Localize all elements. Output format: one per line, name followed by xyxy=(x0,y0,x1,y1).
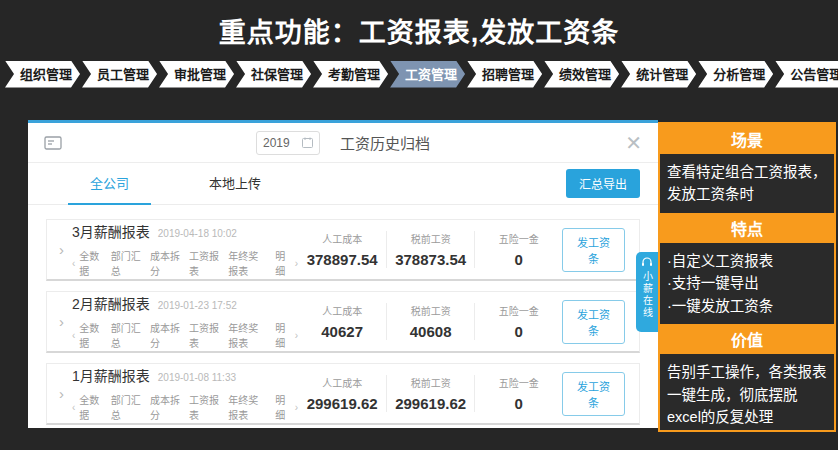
nav-tab[interactable]: 分析管理 xyxy=(698,61,773,88)
stat-value: 0 xyxy=(475,395,562,412)
modal-tab[interactable]: 全公司 xyxy=(76,163,143,205)
nav-tab[interactable]: 工资管理 xyxy=(390,61,465,88)
stat-value: 0 xyxy=(475,323,562,340)
modal-header-center: 2019 工资历史归档 xyxy=(28,131,658,155)
report-tags: ‹全数据部门汇总成本拆分工资报表年终奖报表明细› xyxy=(72,320,298,350)
report-title: 2月薪酬报表 xyxy=(72,296,150,312)
report-tags: ‹全数据部门汇总成本拆分工资报表年终奖报表明细› xyxy=(72,248,298,278)
sidebar-section-title: 特点 xyxy=(660,213,834,243)
expand-chevron-icon[interactable]: › xyxy=(47,241,72,258)
stat-column: 五险一金0 xyxy=(474,231,562,268)
year-value: 2019 xyxy=(263,136,290,150)
report-stats: 人工成本299619.62税前工资299619.62五险一金0 xyxy=(298,375,562,412)
report-tag[interactable]: 全数据 xyxy=(79,320,102,350)
nav-tab[interactable]: 员工管理 xyxy=(82,61,157,88)
report-tag[interactable]: 明细 xyxy=(275,320,291,350)
nav-tab[interactable]: 社保管理 xyxy=(236,61,311,88)
expand-chevron-icon[interactable]: › xyxy=(47,313,72,330)
module-nav: 组织管理员工管理审批管理社保管理考勤管理工资管理招聘管理绩效管理统计管理分析管理… xyxy=(0,60,838,88)
stat-value: 378897.54 xyxy=(298,251,386,268)
stat-label: 人工成本 xyxy=(298,303,386,318)
salary-archive-modal: 2019 工资历史归档 ✕ 全公司本地上传 汇总导出 ›3月薪酬报表2019-0… xyxy=(28,120,658,428)
tags-scroll-left-icon[interactable]: ‹ xyxy=(72,402,75,413)
stat-column: 人工成本299619.62 xyxy=(298,375,386,412)
stat-label: 五险一金 xyxy=(475,303,562,318)
sidebar-section-title: 价值 xyxy=(660,324,834,354)
modal-tab[interactable]: 本地上传 xyxy=(195,163,275,205)
report-tag[interactable]: 明细 xyxy=(275,392,291,422)
report-tag[interactable]: 年终奖报表 xyxy=(228,392,267,422)
stat-value: 40608 xyxy=(387,323,474,340)
report-tag[interactable]: 部门汇总 xyxy=(111,320,142,350)
stat-column: 人工成本378897.54 xyxy=(298,231,386,268)
report-title: 3月薪酬报表 xyxy=(72,224,150,240)
modal-title: 工资历史归档 xyxy=(340,132,430,153)
export-summary-button[interactable]: 汇总导出 xyxy=(566,169,640,198)
calendar-icon xyxy=(302,137,313,148)
support-chat-label: 小薪在线 xyxy=(640,271,655,319)
report-tag[interactable]: 工资报表 xyxy=(189,320,220,350)
stat-value: 299619.62 xyxy=(298,395,386,412)
nav-tab[interactable]: 组织管理 xyxy=(5,61,80,88)
nav-tab[interactable]: 审批管理 xyxy=(159,61,234,88)
nav-tab[interactable]: 招聘管理 xyxy=(467,61,542,88)
send-payslip-button[interactable]: 发工资条 xyxy=(562,372,625,416)
nav-tab[interactable]: 绩效管理 xyxy=(544,61,619,88)
stat-value: 0 xyxy=(475,251,562,268)
stat-column: 五险一金0 xyxy=(474,303,562,340)
nav-tab[interactable]: 考勤管理 xyxy=(313,61,388,88)
sidebar-list-item: ·支持一键导出 xyxy=(667,272,827,294)
report-tag[interactable]: 工资报表 xyxy=(189,392,220,422)
info-sidebar: 场景查看特定组合工资报表，发放工资条时特点·自定义工资报表·支持一键导出·一键发… xyxy=(658,122,836,432)
report-tag[interactable]: 年终奖报表 xyxy=(228,248,267,278)
report-tag[interactable]: 成本拆分 xyxy=(150,248,181,278)
report-info: 3月薪酬报表2019-04-18 10:02‹全数据部门汇总成本拆分工资报表年终… xyxy=(72,221,298,278)
stat-column: 税前工资299619.62 xyxy=(386,375,474,412)
support-chat-tab[interactable]: 小薪在线 xyxy=(636,252,658,332)
report-row: ›1月薪酬报表2019-01-08 11:33‹全数据部门汇总成本拆分工资报表年… xyxy=(46,363,640,425)
report-info: 2月薪酬报表2019-01-23 17:52‹全数据部门汇总成本拆分工资报表年终… xyxy=(72,293,298,350)
sidebar-section-title: 场景 xyxy=(660,124,834,154)
report-tag[interactable]: 全数据 xyxy=(79,392,102,422)
report-tag[interactable]: 工资报表 xyxy=(189,248,220,278)
stat-column: 税前工资40608 xyxy=(386,303,474,340)
headset-icon xyxy=(641,257,653,268)
send-payslip-button[interactable]: 发工资条 xyxy=(562,300,625,344)
year-select[interactable]: 2019 xyxy=(256,131,320,155)
expand-chevron-icon[interactable]: › xyxy=(47,385,72,402)
report-title-line: 2月薪酬报表2019-01-23 17:52 xyxy=(72,293,298,313)
stat-label: 五险一金 xyxy=(475,375,562,390)
tags-scroll-left-icon[interactable]: ‹ xyxy=(72,258,75,269)
report-date: 2019-04-18 10:02 xyxy=(158,228,237,239)
report-tag[interactable]: 年终奖报表 xyxy=(228,320,267,350)
modal-tabbar: 全公司本地上传 汇总导出 xyxy=(28,163,658,205)
sidebar-section-content: 告别手工操作，各类报表一键生成，彻底摆脱excel的反复处理 xyxy=(660,354,834,435)
report-stats: 人工成本378897.54税前工资378873.54五险一金0 xyxy=(298,231,562,268)
report-info: 1月薪酬报表2019-01-08 11:33‹全数据部门汇总成本拆分工资报表年终… xyxy=(72,365,298,422)
tags-scroll-left-icon[interactable]: ‹ xyxy=(72,330,75,341)
sidebar-section-content: ·自定义工资报表·支持一键导出·一键发放工资条 xyxy=(660,243,834,324)
report-title-line: 1月薪酬报表2019-01-08 11:33 xyxy=(72,365,298,385)
send-payslip-button[interactable]: 发工资条 xyxy=(562,228,625,272)
stat-column: 税前工资378873.54 xyxy=(386,231,474,268)
stat-value: 299619.62 xyxy=(387,395,474,412)
page-header: 重点功能：工资报表,发放工资条 xyxy=(0,0,838,60)
close-icon[interactable]: ✕ xyxy=(625,133,642,153)
stat-label: 税前工资 xyxy=(387,375,474,390)
report-tag[interactable]: 全数据 xyxy=(79,248,102,278)
report-date: 2019-01-08 11:33 xyxy=(158,372,236,383)
nav-tab[interactable]: 统计管理 xyxy=(621,61,696,88)
stat-value: 40627 xyxy=(298,323,386,340)
nav-tab[interactable]: 公告管理 xyxy=(775,61,838,88)
report-tag[interactable]: 成本拆分 xyxy=(150,392,181,422)
report-tag[interactable]: 明细 xyxy=(275,248,291,278)
sidebar-list-item: ·自定义工资报表 xyxy=(667,250,827,272)
report-tag[interactable]: 部门汇总 xyxy=(111,248,142,278)
modal-header: 2019 工资历史归档 ✕ xyxy=(28,123,658,163)
report-list: ›3月薪酬报表2019-04-18 10:02‹全数据部门汇总成本拆分工资报表年… xyxy=(28,205,658,425)
report-tag[interactable]: 部门汇总 xyxy=(111,392,142,422)
stat-label: 人工成本 xyxy=(298,375,386,390)
report-title: 1月薪酬报表 xyxy=(72,368,150,384)
stat-label: 税前工资 xyxy=(387,303,474,318)
report-tag[interactable]: 成本拆分 xyxy=(150,320,181,350)
